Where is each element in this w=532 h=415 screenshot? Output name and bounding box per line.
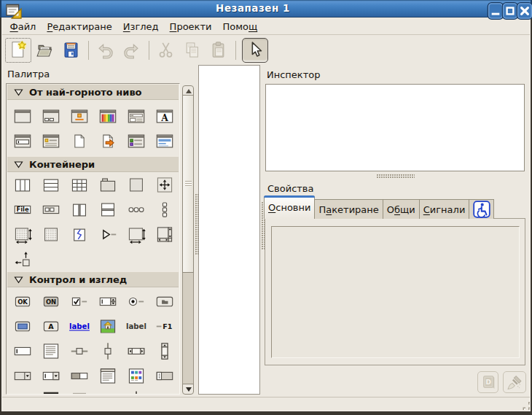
palette-widget-toolbar-widget[interactable]	[41, 200, 61, 220]
tab-пакетиране[interactable]: Пакетиране	[315, 199, 383, 219]
palette-widget-hbuttonbox[interactable]	[126, 200, 146, 220]
palette-widget-vseparator-stub[interactable]	[126, 391, 146, 395]
palette-widget-table[interactable]	[69, 175, 90, 195]
tab-основни[interactable]: Основни	[264, 195, 315, 219]
palette-widget-toggle-button[interactable]: ON	[41, 292, 61, 311]
palette-widget-color-selection-dialog[interactable]	[98, 106, 118, 126]
palette-widget-statusbar-stub[interactable]	[69, 391, 90, 395]
tab-сигнали[interactable]: Сигнали	[420, 199, 470, 219]
toolbar-separator	[235, 41, 236, 60]
inspector-view[interactable]	[265, 84, 525, 171]
palette-widget-button[interactable]: OK	[12, 292, 33, 311]
palette-widget-assistant[interactable]	[154, 131, 175, 151]
menu-item-2[interactable]: Изглед	[117, 20, 164, 34]
palette-widget-window[interactable]	[12, 106, 33, 126]
palette-widget-save-dialog[interactable]	[98, 131, 118, 151]
palette-section-header-0[interactable]: От най-горното ниво	[7, 84, 179, 100]
close-button[interactable]	[516, 2, 528, 15]
palette-widget-dialog[interactable]	[41, 106, 61, 126]
palette-widget-vbox[interactable]	[41, 175, 61, 195]
scrollbar-down-button[interactable]	[182, 384, 194, 395]
palette-widget-tree-view[interactable]	[98, 366, 118, 386]
palette-widget-input-dialog[interactable]	[12, 131, 33, 151]
undo-button[interactable]	[92, 38, 118, 63]
palette-widget-document-window[interactable]	[69, 131, 90, 151]
svg-text:D: D	[485, 379, 490, 386]
palette-widget-label-widget[interactable]: label	[126, 317, 146, 336]
resize-grip[interactable]	[515, 400, 526, 410]
palette-widget-check-button[interactable]	[69, 292, 90, 311]
menubar: ФайлРедактиранеИзгледПроектиПомощ	[2, 18, 530, 35]
copy-button[interactable]	[179, 38, 205, 63]
palette-widget-combo-box[interactable]	[12, 366, 33, 386]
palette-widget-hbox[interactable]	[12, 175, 33, 195]
titlebar[interactable]: Незапазен 1	[0, 0, 532, 18]
palette-widget-scrolledwindow[interactable]	[154, 225, 175, 244]
save-project-button[interactable]	[58, 38, 84, 63]
design-canvas[interactable]	[198, 65, 260, 395]
selector-button[interactable]	[242, 38, 268, 63]
palette-widget-vpaned[interactable]	[98, 200, 118, 220]
palette-widget-fixed[interactable]	[154, 175, 175, 195]
maximize-button[interactable]	[501, 2, 514, 15]
palette-section-header-2[interactable]: Контрол и изглед	[7, 271, 179, 287]
palette-widget-hscale[interactable]	[69, 341, 90, 361]
palette-widget-expander[interactable]	[98, 225, 118, 244]
palette-widget-frame[interactable]	[126, 175, 146, 195]
palette-widget-alignment[interactable]	[12, 249, 33, 269]
palette-widget-spin-button[interactable]	[98, 292, 118, 311]
scrollbar-up-button[interactable]	[182, 85, 194, 96]
palette-widget-accel-label[interactable]: F1	[154, 317, 175, 336]
svg-text:OK: OK	[17, 298, 28, 306]
palette-widget-entry[interactable]	[12, 341, 33, 361]
inspector-properties-splitter[interactable]	[377, 174, 415, 178]
palette-widget-recent-chooser-dialog[interactable]	[126, 131, 146, 151]
palette-widget-progress-bar[interactable]	[69, 366, 90, 386]
palette-widget-hseparator-stub[interactable]	[41, 391, 61, 395]
palette-widget-menubar[interactable]: File	[12, 200, 33, 220]
palette-widget-icon-view[interactable]	[126, 366, 146, 386]
palette-widget-message-dialog[interactable]	[69, 106, 90, 126]
palette-widget-file-chooser-button[interactable]	[154, 292, 175, 311]
palette-widget-aspectframe[interactable]	[126, 225, 146, 244]
palette-section-title: Контейнери	[29, 159, 95, 170]
palette-widget-hscrollbar[interactable]	[126, 341, 146, 361]
palette-widget-handlebox[interactable]	[69, 225, 90, 244]
palette-widget-vscale[interactable]	[98, 341, 118, 361]
tab-общи[interactable]: Общи	[383, 199, 420, 219]
redo-button[interactable]	[118, 38, 144, 63]
minimize-button[interactable]	[487, 2, 499, 15]
paste-button[interactable]	[205, 38, 231, 63]
palette-widget-vbuttonbox[interactable]	[154, 200, 175, 220]
palette-widget-link-button[interactable]: label	[69, 317, 90, 336]
open-project-button[interactable]	[31, 38, 58, 63]
palette-widget-image[interactable]	[98, 317, 118, 336]
palette-widget-font-selection-dialog[interactable]: A	[154, 106, 175, 126]
menu-item-1[interactable]: Редактиране	[42, 20, 117, 34]
new-project-button[interactable]	[5, 38, 31, 63]
menu-item-4[interactable]: Помощ	[217, 20, 263, 34]
palette-widget-color-button[interactable]	[12, 317, 33, 336]
cut-button[interactable]	[152, 38, 179, 63]
palette-section-header-1[interactable]: Контейнери	[7, 156, 179, 172]
palette: От най-горното нивоAКонтейнериFileКонтро…	[6, 83, 180, 395]
palette-widget-combo-box-entry[interactable]	[41, 366, 61, 386]
expander-triangle-icon	[14, 160, 23, 168]
scrollbar-slider[interactable]	[182, 95, 194, 273]
palette-widget-about-dialog[interactable]	[41, 131, 61, 151]
palette-widget-notebook[interactable]	[98, 175, 118, 195]
palette-widget-radio-button[interactable]	[126, 292, 146, 311]
palette-widget-viewport[interactable]	[41, 225, 61, 244]
reset-button[interactable]	[503, 371, 526, 393]
palette-widget-file-chooser-dialog[interactable]	[126, 106, 146, 126]
menu-item-0[interactable]: Файл	[4, 20, 42, 34]
palette-widget-hpaned[interactable]	[69, 200, 90, 220]
tab-accessibility[interactable]	[469, 199, 494, 219]
palette-widget-font-button[interactable]: A	[41, 317, 61, 336]
menu-item-3[interactable]: Проекти	[164, 20, 217, 34]
palette-widget-vscrollbar[interactable]	[154, 341, 175, 361]
palette-widget-layout[interactable]	[12, 225, 33, 244]
palette-widget-cell-view[interactable]	[154, 366, 175, 386]
palette-widget-text-view[interactable]	[41, 341, 61, 361]
devhelp-button[interactable]: D	[477, 371, 498, 393]
